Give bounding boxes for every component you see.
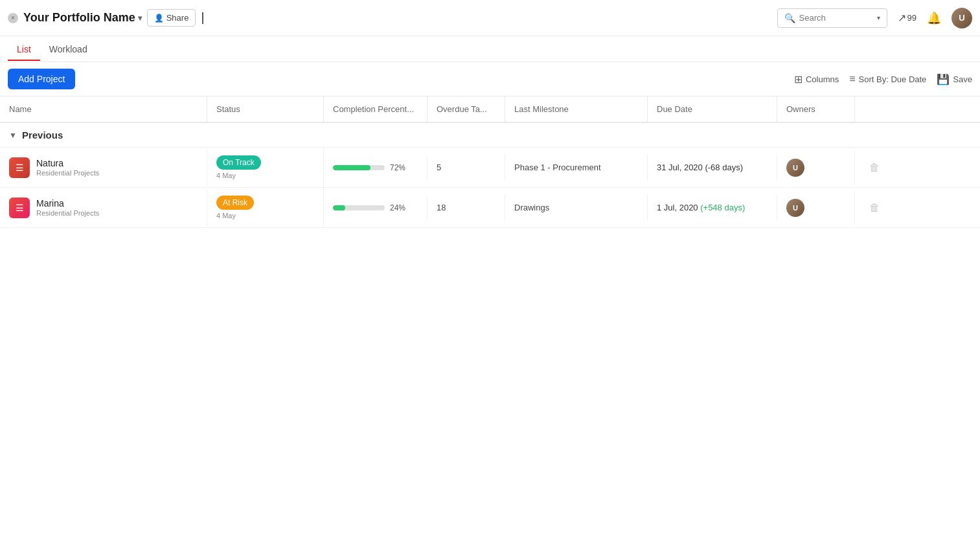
tab-workload[interactable]: Workload	[40, 38, 97, 61]
progress-bar-bg-marina	[333, 205, 385, 210]
add-project-button[interactable]: Add Project	[8, 69, 75, 89]
cell-overdue-natura: 5	[427, 155, 505, 180]
save-label: Save	[953, 74, 972, 84]
share-button[interactable]: 👤 Share	[147, 9, 196, 27]
project-icon-marina: ☰	[9, 198, 30, 218]
portfolio-title[interactable]: Your Portfolio Name ▾	[23, 11, 142, 25]
columns-icon: ⊞	[794, 73, 803, 85]
bell-icon[interactable]: 🔔	[927, 11, 941, 25]
header-right: 🔍 ▾ ↗ 99 🔔 U	[777, 8, 972, 28]
progress-cell-marina: 24%	[333, 203, 418, 212]
column-header-owners: Owners	[777, 96, 855, 122]
project-icon-symbol: ☰	[16, 163, 24, 173]
search-dropdown-icon[interactable]: ▾	[877, 14, 880, 21]
status-date-natura: 4 May	[216, 172, 314, 179]
cell-duedate-natura: 31 Jul, 2020 (-68 days)	[648, 155, 777, 180]
tab-workload-label: Workload	[49, 44, 87, 54]
cell-duedate-marina: 1 Jul, 2020 (+548 days)	[648, 195, 777, 220]
overdue-count-marina: 18	[437, 203, 446, 212]
progress-pct-natura: 72%	[390, 163, 405, 172]
project-name-cell-marina: ☰ Marina Residential Projects	[9, 198, 198, 218]
due-date-text-marina: 1 Jul, 2020 (+548 days)	[657, 203, 745, 212]
toolbar-right: ⊞ Columns ≡ Sort By: Due Date 💾 Save	[794, 73, 972, 85]
save-icon: 💾	[937, 73, 950, 85]
progress-pct-marina: 24%	[390, 203, 405, 212]
overdue-count-natura: 5	[437, 163, 441, 172]
project-name-cell-natura: ☰ Natura Residential Projects	[9, 157, 198, 178]
progress-bar-fill-natura	[333, 165, 370, 170]
close-button[interactable]: ×	[8, 13, 18, 23]
project-subtitle-marina: Residential Projects	[36, 209, 99, 217]
project-icon-symbol: ☰	[16, 203, 24, 213]
status-badge-marina: At Risk	[216, 196, 254, 210]
project-subtitle-natura: Residential Projects	[36, 169, 99, 177]
column-header-overdue: Overdue Ta...	[427, 96, 505, 122]
cell-owners-marina: U	[777, 191, 855, 225]
table-container: Name Status Completion Percent... Overdu…	[0, 96, 980, 228]
avatar[interactable]: U	[952, 8, 972, 28]
tab-list-label: List	[17, 44, 31, 54]
column-header-actions	[855, 96, 894, 122]
column-header-milestone: Last Milestone	[505, 96, 648, 122]
close-icon: ×	[11, 14, 15, 21]
progress-cell-natura: 72%	[333, 163, 418, 172]
delete-button-natura[interactable]: 🗑	[864, 162, 885, 174]
cell-status-marina: At Risk 4 May	[207, 188, 324, 227]
trend-icon: ↗	[898, 12, 906, 24]
search-box[interactable]: 🔍 ▾	[777, 8, 887, 28]
save-button[interactable]: 💾 Save	[937, 73, 972, 85]
project-info-natura: Natura Residential Projects	[36, 158, 99, 177]
portfolio-name-text: Your Portfolio Name	[23, 11, 135, 25]
due-date-text-natura: 31 Jul, 2020 (-68 days)	[657, 163, 743, 172]
column-header-duedate: Due Date	[648, 96, 777, 122]
column-header-name: Name	[0, 96, 207, 122]
search-icon: 🔍	[784, 13, 795, 23]
project-icon-natura: ☰	[9, 157, 30, 178]
toolbar: Add Project ⊞ Columns ≡ Sort By: Due Dat…	[0, 62, 980, 96]
add-project-label: Add Project	[18, 74, 65, 84]
project-info-marina: Marina Residential Projects	[36, 198, 99, 217]
column-header-completion: Completion Percent...	[324, 96, 427, 122]
share-icon: 👤	[154, 14, 164, 23]
cell-actions-marina: 🗑	[855, 194, 894, 221]
share-label: Share	[166, 13, 189, 23]
cell-overdue-marina: 18	[427, 195, 505, 220]
cell-milestone-marina: Drawings	[505, 195, 648, 220]
progress-bar-fill-marina	[333, 205, 345, 210]
trend-notifications[interactable]: ↗ 99	[898, 12, 917, 24]
owner-avatar-natura: U	[786, 159, 804, 177]
status-badge-natura: On Track	[216, 155, 261, 170]
sort-label: Sort By: Due Date	[859, 74, 927, 84]
columns-button[interactable]: ⊞ Columns	[794, 73, 839, 85]
header-left: × Your Portfolio Name ▾ 👤 Share	[8, 9, 777, 27]
sort-button[interactable]: ≡ Sort By: Due Date	[849, 73, 926, 85]
cell-name-marina: ☰ Marina Residential Projects	[0, 190, 207, 226]
column-header-status: Status	[207, 96, 324, 122]
table-header: Name Status Completion Percent... Overdu…	[0, 96, 980, 123]
cell-owners-natura: U	[777, 151, 855, 185]
project-name-text-marina: Marina	[36, 198, 99, 209]
search-input[interactable]	[799, 13, 873, 23]
tab-list[interactable]: List	[8, 38, 40, 61]
progress-bar-bg-natura	[333, 165, 385, 170]
milestone-text-natura: Phase 1 - Procurement	[514, 163, 601, 172]
chevron-down-icon: ▾	[138, 14, 142, 23]
cursor	[202, 12, 210, 24]
cell-status-natura: On Track 4 May	[207, 148, 324, 187]
group-header-previous[interactable]: ▼ Previous	[0, 123, 980, 148]
group-chevron-icon: ▼	[9, 131, 17, 140]
cursor-indicator	[201, 12, 210, 23]
cell-actions-natura: 🗑	[855, 154, 894, 181]
cell-milestone-natura: Phase 1 - Procurement	[505, 155, 648, 180]
delete-button-marina[interactable]: 🗑	[864, 202, 885, 214]
status-date-marina: 4 May	[216, 212, 314, 220]
cell-name-natura: ☰ Natura Residential Projects	[0, 150, 207, 186]
table-row: ☰ Natura Residential Projects On Track 4…	[0, 148, 980, 188]
cell-completion-marina: 24%	[324, 196, 427, 220]
milestone-text-marina: Drawings	[514, 203, 549, 212]
header: × Your Portfolio Name ▾ 👤 Share 🔍 ▾ ↗ 99…	[0, 0, 980, 36]
table-row: ☰ Marina Residential Projects At Risk 4 …	[0, 188, 980, 228]
tabs-bar: List Workload	[0, 36, 980, 62]
cell-completion-natura: 72%	[324, 155, 427, 180]
project-name-text-natura: Natura	[36, 158, 99, 168]
